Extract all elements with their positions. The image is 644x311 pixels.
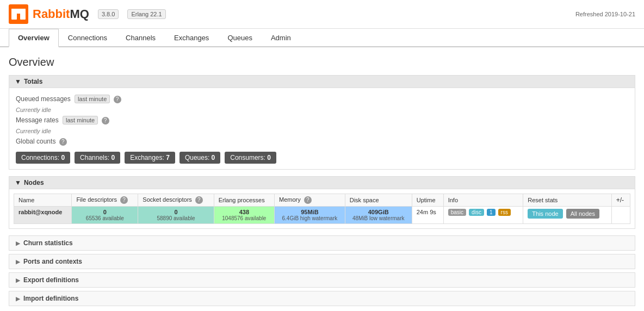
tab-admin[interactable]: Admin [262,29,300,46]
socket-desc-val: 0 [174,209,177,215]
memory-val: 95MiB [301,209,318,215]
totals-arrow: ▼ [15,78,21,85]
plus-minus-btn[interactable]: +/- [611,194,630,207]
export-header[interactable]: ▶ Export definitions [9,273,635,287]
tab-exchanges[interactable]: Exchanges [165,29,218,46]
erlang-proc-sub: 1048576 available [219,215,270,221]
ports-header[interactable]: ▶ Ports and contexts [9,254,635,269]
totals-header[interactable]: ▼ Totals [9,76,635,88]
erlang-badge: Erlang 22.1 [127,9,165,19]
tag-rss: rss [498,209,511,216]
col-name: Name [14,194,72,207]
disk-sub: 48MiB low watermark [350,215,407,221]
nodes-header[interactable]: ▼ Nodes [9,177,635,189]
message-rates-help-icon[interactable]: ? [102,117,109,125]
exchanges-badge[interactable]: Exchanges: 7 [125,152,175,164]
socket-desc-help[interactable]: ? [195,196,203,204]
memory-help[interactable]: ? [304,196,312,204]
churn-label: Churn statistics [23,239,73,247]
col-memory: Memory ? [275,194,345,207]
totals-section: ▼ Totals Queued messages last minute ? C… [9,75,635,170]
idle-text-2: Currently idle [16,126,628,136]
export-section: ▶ Export definitions [9,272,635,288]
main-content: Overview ▼ Totals Queued messages last m… [0,47,644,311]
ports-label: Ports and contexts [23,258,82,265]
message-rates-label: Message rates [16,116,59,124]
nodes-label: Nodes [24,179,44,186]
global-counts-row: Global counts ? [16,136,628,147]
svg-rect-3 [11,9,26,14]
totals-body: Queued messages last minute ? Currently … [9,88,635,169]
global-counts-label: Global counts [16,138,55,145]
ports-arrow: ▶ [16,259,20,265]
tab-overview[interactable]: Overview [9,29,59,47]
memory-cell: 95MiB 6.4GiB high watermark [275,207,345,224]
tab-channels[interactable]: Channels [116,29,165,46]
nodes-body: Name File descriptors ? Socket descripto… [9,189,635,228]
file-desc-val: 0 [103,209,107,215]
col-reset: Reset stats [523,194,611,207]
tab-queues[interactable]: Queues [218,29,262,46]
version-badge: 3.8.0 [98,9,119,19]
info-cell: basic disc 1 rss [443,207,523,224]
queued-messages-row: Queued messages last minute ? [16,94,628,105]
memory-sub: 6.4GiB high watermark [279,215,340,221]
nav: Overview Connections Channels Exchanges … [0,29,644,47]
churn-header[interactable]: ▶ Churn statistics [9,236,635,250]
export-arrow: ▶ [16,277,20,283]
import-label: Import definitions [23,295,78,302]
counts-row: Connections: 0 Channels: 0 Exchanges: 7 … [16,152,628,164]
logo: RabbitMQ 3.8.0 Erlang 22.1 [9,4,166,24]
churn-section: ▶ Churn statistics [9,235,635,251]
col-uptime: Uptime [412,194,443,207]
file-desc-cell: 0 65536 available [72,207,138,224]
export-label: Export definitions [23,276,79,284]
disk-val: 409GiB [368,209,389,215]
channels-badge[interactable]: Channels: 0 [75,152,120,164]
reset-stats-cell: This node All nodes [523,207,611,224]
nodes-arrow: ▼ [15,179,21,186]
header: RabbitMQ 3.8.0 Erlang 22.1 Refreshed 201… [0,0,644,29]
file-desc-sub: 65536 available [76,215,133,221]
rabbitmq-logo-icon [9,4,28,24]
col-socket-desc: Socket descriptors ? [138,194,214,207]
col-erlang-proc: Erlang processes [214,194,274,207]
uptime-cell: 24m 9s [412,207,443,224]
socket-desc-sub: 58890 available [143,215,209,221]
queues-badge[interactable]: Queues: 0 [179,152,220,164]
socket-desc-cell: 0 58890 available [138,207,214,224]
table-row: rabbit@xqnode 0 65536 available 0 58890 … [14,207,630,224]
node-name: rabbit@xqnode [14,207,72,224]
queued-help-icon[interactable]: ? [114,96,121,103]
global-counts-help-icon[interactable]: ? [59,138,67,146]
import-arrow: ▶ [16,296,20,302]
tag-basic: basic [448,209,466,216]
col-info: Info [443,194,523,207]
logo-text: RabbitMQ [33,7,89,21]
connections-badge[interactable]: Connections: 0 [16,152,70,164]
import-section: ▶ Import definitions [9,291,635,306]
erlang-proc-val: 438 [239,209,249,215]
totals-label: Totals [24,78,42,85]
churn-arrow: ▶ [16,240,20,246]
erlang-proc-cell: 438 1048576 available [214,207,274,224]
consumers-badge[interactable]: Consumers: 0 [225,152,276,164]
message-rates-row: Message rates last minute ? [16,115,628,126]
queued-badge[interactable]: last minute [75,95,110,103]
all-nodes-button[interactable]: All nodes [566,209,599,219]
tab-connections[interactable]: Connections [59,29,116,46]
nodes-table: Name File descriptors ? Socket descripto… [14,194,630,224]
col-file-desc: File descriptors ? [72,194,138,207]
disk-cell: 409GiB 48MiB low watermark [345,207,412,224]
col-disk: Disk space [345,194,412,207]
nodes-section: ▼ Nodes Name File descriptors ? Socket d… [9,176,635,229]
ports-section: ▶ Ports and contexts [9,254,635,269]
page-title: Overview [9,56,635,69]
tag-disc: disc [469,209,484,216]
import-header[interactable]: ▶ Import definitions [9,291,635,306]
refreshed-text: Refreshed 2019-10-21 [575,11,635,17]
this-node-button[interactable]: This node [528,209,562,219]
message-rates-badge[interactable]: last minute [63,116,98,125]
file-desc-help[interactable]: ? [120,196,128,204]
tag-1: 1 [487,209,496,216]
